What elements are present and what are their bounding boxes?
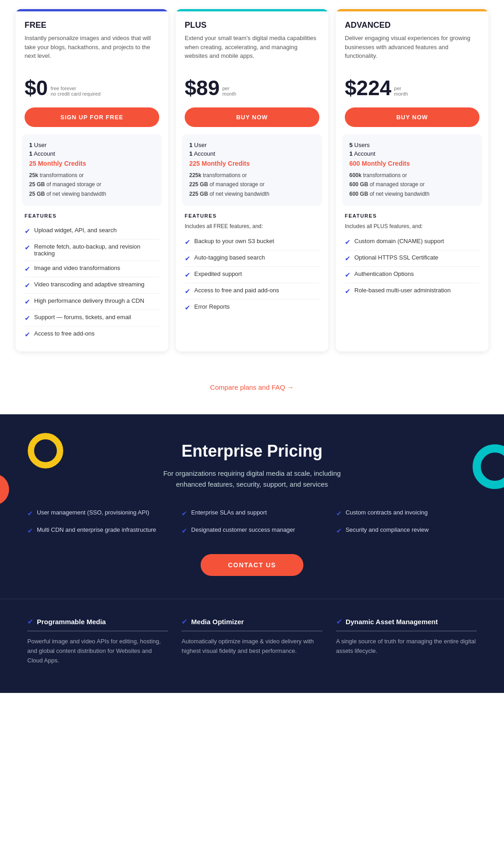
product-desc: A single source of truth for managing th… (336, 637, 477, 656)
plan-button-free[interactable]: SIGN UP FOR FREE (25, 107, 159, 127)
product-name: Dynamic Asset Management (346, 618, 438, 626)
feature-text: Backup to your own S3 bucket (194, 238, 274, 244)
card-plus: PLUS Extend your small team's digital me… (176, 9, 328, 351)
card-header: PLUS Extend your small team's digital me… (176, 11, 328, 70)
feature-item: ✔ Support — forums, tickets, and email (25, 310, 159, 326)
pricing-section: FREE Instantly personalize images and vi… (0, 0, 504, 370)
enterprise-section: Enterprise Pricing For organizations req… (0, 414, 504, 599)
card-desc: Instantly personalize images and videos … (25, 34, 159, 66)
check-icon: ✔ (25, 281, 30, 290)
product-divider (336, 631, 477, 631)
card-desc: Extend your small team's digital media c… (185, 34, 319, 66)
price-note2: month (222, 91, 237, 97)
price-note1: per (394, 86, 408, 91)
price-amount: $89 (185, 77, 220, 98)
product-header: ✔ Programmable Media (27, 617, 168, 626)
ent-check-icon: ✔ (27, 526, 33, 536)
feature-text: Upload widget, API, and search (34, 227, 116, 234)
enterprise-feature-item: ✔Security and compliance review (336, 525, 477, 536)
ent-feature-text: Multi CDN and enterprise grade infrastru… (37, 525, 156, 534)
users-row: 5 Users (349, 142, 475, 148)
plan-button-plus[interactable]: BUY NOW (185, 107, 319, 127)
red-half-decoration (0, 471, 16, 508)
product-desc: Automatically optimize image & video del… (181, 637, 322, 656)
ent-feature-text: Custom contracts and invoicing (346, 508, 428, 517)
feature-item: ✔ Access to free and paid add-ons (185, 283, 319, 300)
check-icon: ✔ (25, 244, 30, 252)
products-section: ✔ Programmable Media Powerful image and … (0, 599, 504, 692)
feature-item: ✔ High performance delivery through a CD… (25, 294, 159, 310)
feature-text: Custom domain (CNAME) support (354, 238, 444, 244)
card-title: PLUS (185, 20, 319, 30)
card-btn-wrapper: BUY NOW (336, 103, 489, 134)
card-header: ADVANCED Deliver engaging visual experie… (336, 11, 489, 70)
check-icon: ✔ (345, 238, 351, 246)
feature-item: ✔ Image and video transformations (25, 261, 159, 277)
product-name: Media Optimizer (191, 618, 244, 626)
credits-row: 25 Monthly Credits (29, 160, 155, 167)
compare-link[interactable]: Compare plans and FAQ → (210, 383, 294, 391)
ent-feature-text: Security and compliance review (346, 525, 429, 534)
enterprise-feature-item: ✔Designated customer success manager (181, 525, 322, 536)
contact-us-button[interactable]: CONTACT US (201, 554, 303, 576)
check-icon: ✔ (25, 227, 30, 235)
feature-text: Video transcoding and adaptive streaming (34, 281, 145, 288)
enterprise-feature-item: ✔Enterprise SLAs and support (181, 508, 322, 519)
feature-detail: 225k transformations or 225 GB of manage… (189, 171, 315, 199)
feature-item: ✔ Remote fetch, auto-backup, and revisio… (25, 239, 159, 261)
feature-text: Role-based multi-user administration (354, 287, 451, 294)
ent-feature-text: Designated customer success manager (191, 525, 295, 534)
check-icon: ✔ (25, 298, 30, 306)
features-title: FEATURES (345, 213, 479, 219)
enterprise-features: ✔User management (SSO, provisioning API)… (27, 508, 477, 536)
product-item: ✔ Media Optimizer Automatically optimize… (181, 617, 322, 665)
check-icon: ✔ (185, 238, 191, 246)
feature-item: ✔ Upload widget, API, and search (25, 223, 159, 239)
feature-item: ✔ Backup to your own S3 bucket (185, 234, 319, 250)
check-icon: ✔ (25, 331, 30, 339)
product-header: ✔ Media Optimizer (181, 617, 322, 626)
enterprise-feature-item: ✔User management (SSO, provisioning API) (27, 508, 168, 519)
card-features-list: FEATURES ✔ Upload widget, API, and searc… (15, 213, 168, 351)
feature-item: ✔ Access to free add-ons (25, 326, 159, 342)
price-meta: per month (394, 86, 408, 97)
card-features-box: 1 User 1 Account 225 Monthly Credits 225… (182, 134, 322, 206)
product-divider (181, 631, 322, 631)
feature-item: ✔ Error Reports (185, 300, 319, 316)
feature-text: Error Reports (194, 303, 230, 310)
price-note2: no credit card required (50, 91, 101, 97)
feature-text: Access to free and paid add-ons (194, 287, 279, 294)
feature-item: ✔ Auto-tagging based search (185, 250, 319, 267)
card-features-list: FEATURES Includes all PLUS features, and… (336, 213, 489, 308)
product-check-icon: ✔ (27, 617, 33, 626)
price-note2: month (394, 91, 408, 97)
feature-text: Auto-tagging based search (194, 254, 265, 261)
ent-feature-text: Enterprise SLAs and support (191, 508, 267, 517)
feature-item: ✔ Authentication Options (345, 267, 479, 283)
card-btn-wrapper: BUY NOW (176, 103, 328, 134)
price-amount: $224 (345, 77, 391, 98)
feature-text: Support — forums, tickets, and email (34, 314, 131, 321)
card-features-list: FEATURES Includes all FREE features, and… (176, 213, 328, 325)
product-desc: Powerful image and video APIs for editin… (27, 637, 168, 665)
card-price: $224 per month (336, 70, 489, 103)
ent-check-icon: ✔ (181, 526, 187, 536)
card-features-box: 1 User 1 Account 25 Monthly Credits 25k … (22, 134, 162, 206)
credits-row: 225 Monthly Credits (189, 160, 315, 167)
compare-link-section: Compare plans and FAQ → (0, 370, 504, 414)
ent-check-icon: ✔ (27, 509, 33, 519)
plan-button-advanced[interactable]: BUY NOW (345, 107, 479, 127)
feature-text: High performance delivery through a CDN (34, 297, 144, 304)
price-meta: per month (222, 86, 237, 97)
enterprise-feature-item: ✔Multi CDN and enterprise grade infrastr… (27, 525, 168, 536)
users-row: 1 User (189, 142, 315, 148)
product-header: ✔ Dynamic Asset Management (336, 617, 477, 626)
account-row: 1 Account (349, 150, 475, 157)
feature-item: ✔ Optional HTTPS SSL Certificate (345, 250, 479, 267)
price-meta: free forever no credit card required (50, 86, 101, 97)
account-row: 1 Account (29, 150, 155, 157)
card-btn-wrapper: SIGN UP FOR FREE (15, 103, 168, 134)
products-grid: ✔ Programmable Media Powerful image and … (27, 617, 477, 665)
card-advanced: ADVANCED Deliver engaging visual experie… (336, 9, 489, 351)
card-price: $89 per month (176, 70, 328, 103)
